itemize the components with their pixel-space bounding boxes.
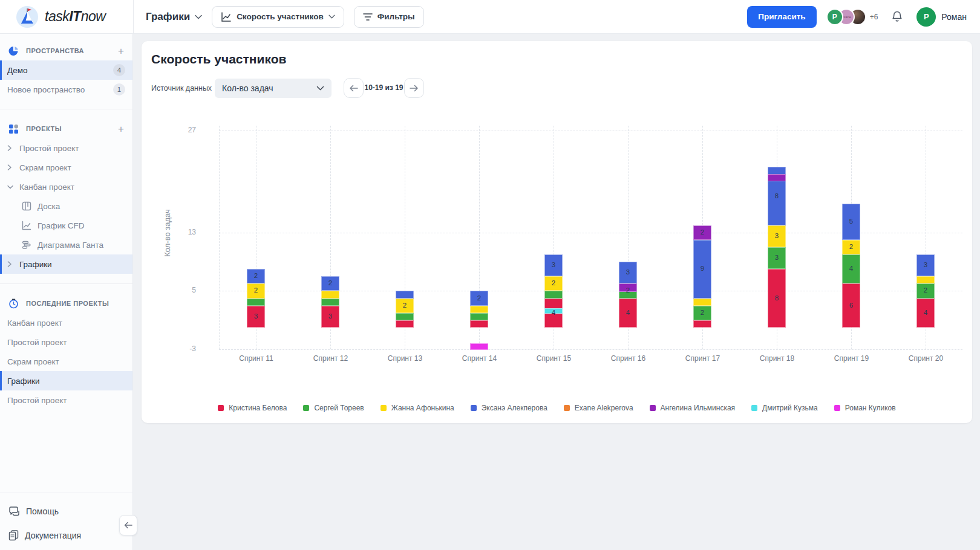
filter-icon [363, 13, 373, 21]
user-menu[interactable]: Р Роман [916, 7, 967, 27]
bar-segment[interactable] [693, 299, 711, 306]
sidebar-collapse-button[interactable] [119, 515, 137, 535]
bar-segment[interactable] [470, 320, 488, 328]
sidebar-section-header-spaces: ПРОСТРАНСТВА+ [0, 41, 132, 60]
x-axis-tick: Спринт 17 [665, 354, 740, 363]
gantt-icon [22, 240, 33, 250]
sidebar-subitem[interactable]: Доска [0, 196, 132, 216]
chevron-right-icon[interactable] [7, 164, 19, 170]
x-axis-tick: Спринт 18 [740, 354, 814, 363]
bar-segment-value: 8 [768, 294, 786, 302]
divider [0, 109, 132, 109]
bar-segment-value: 4 [619, 309, 637, 316]
x-axis-tick: Спринт 15 [517, 354, 591, 363]
bar-segment[interactable] [396, 320, 414, 328]
chevron-right-icon[interactable] [7, 261, 19, 267]
bar-segment[interactable] [693, 320, 711, 328]
invite-button[interactable]: Пригласить [747, 6, 816, 28]
chart-selector-button[interactable]: Скорость участников [212, 6, 344, 28]
avatar-overflow-count[interactable]: +6 [870, 13, 878, 21]
page-title-dropdown[interactable]: Графики [146, 11, 202, 23]
sidebar-section-header-recent: ПОСЛЕДНИЕ ПРОЕКТЫ [0, 294, 132, 313]
legend-label: Сергей Тореев [314, 404, 364, 412]
sidebar-item-recent[interactable]: Простой проект [0, 332, 132, 352]
user-name: Роман [941, 12, 967, 22]
bar-segment[interactable] [470, 306, 488, 313]
bar-segment[interactable] [321, 299, 339, 306]
chevron-down-icon[interactable] [7, 185, 19, 189]
bar-segment-value: 2 [693, 309, 711, 316]
sidebar-item-recent[interactable]: Графики [0, 371, 132, 390]
legend-item[interactable]: Exane Alekperova [564, 404, 633, 412]
chevron-down-icon [195, 15, 202, 19]
brand[interactable]: taskITnow [0, 5, 133, 28]
legend-swatch [650, 405, 656, 411]
legend-swatch [381, 405, 387, 411]
x-axis-tick: Спринт 14 [442, 354, 517, 363]
chart-card: Скорость участников Источник данных Кол-… [142, 41, 972, 423]
bar-segment[interactable] [470, 313, 488, 320]
avatar-stack[interactable]: Р Exane [826, 8, 866, 25]
bar-segment[interactable] [396, 313, 414, 320]
sidebar-subitem[interactable]: Диаграмма Ганта [0, 235, 132, 254]
bar-segment[interactable] [916, 276, 935, 283]
sidebar-footer-label: Документация [25, 531, 81, 540]
sidebar-item-recent[interactable]: Канбан проект [0, 313, 132, 332]
x-axis-tick: Спринт 20 [889, 354, 963, 363]
count-badge: 1 [113, 83, 125, 95]
sidebar-item-project[interactable]: Канбан проект [0, 177, 132, 196]
bar-segment-value: 2 [321, 279, 339, 286]
bar-segment-value: 2 [396, 302, 414, 309]
legend-label: Роман Куликов [845, 404, 896, 412]
x-axis-tick: Спринт 11 [219, 354, 293, 363]
bar-segment-value: 2 [247, 272, 265, 279]
sidebar-item-project[interactable]: Скрам проект [0, 158, 132, 177]
sidebar-item-label: Скрам проект [19, 163, 125, 172]
legend-item[interactable]: Ангелина Ильминская [650, 404, 736, 412]
bar-segment[interactable] [321, 291, 339, 298]
sidebar-subitem-label: Доска [38, 202, 60, 211]
bar-segment[interactable] [470, 343, 488, 350]
add-button[interactable]: + [118, 124, 124, 134]
legend-item[interactable]: Кристина Белова [218, 404, 287, 412]
legend-item[interactable]: Эксанэ Алекперова [471, 404, 547, 412]
bar-segment[interactable] [247, 299, 265, 306]
topbar-divider [133, 0, 134, 34]
filters-button[interactable]: Фильтры [354, 6, 424, 28]
sidebar-subitem[interactable]: График CFD [0, 216, 132, 235]
logo-icon [16, 5, 39, 28]
bar-segment-value: 6 [842, 302, 860, 309]
sidebar-item-project[interactable]: Простой проект [0, 138, 132, 158]
sidebar-footer-item[interactable]: Документация [0, 523, 132, 548]
help-icon [8, 506, 20, 517]
sidebar-item-label: Простой проект [19, 144, 125, 153]
notifications-bell-icon[interactable] [891, 10, 903, 23]
legend-item[interactable]: Сергей Тореев [303, 404, 364, 412]
board-icon [22, 201, 33, 211]
sidebar-subitem-label: Диаграмма Ганта [38, 241, 103, 250]
topbar: taskITnow Графики Скорость участников Фи… [0, 0, 980, 34]
sidebar-item-project[interactable]: Графики [0, 254, 132, 274]
bar-segment-value: 2 [619, 286, 637, 294]
sidebar-item-recent[interactable]: Простой проект [0, 390, 132, 410]
y-axis-tick: -3 [160, 345, 196, 353]
bar-segment[interactable] [396, 291, 414, 298]
sidebar-item-space[interactable]: Демо4 [0, 60, 132, 80]
legend-item[interactable]: Дмитрий Кузьма [751, 404, 818, 412]
bar-segment-value: 4 [544, 309, 563, 316]
legend-item[interactable]: Роман Куликов [834, 404, 896, 412]
legend-swatch [218, 405, 224, 411]
add-button[interactable]: + [118, 46, 124, 56]
legend-item[interactable]: Жанна Афонькина [381, 404, 454, 412]
bar-segment[interactable] [544, 291, 563, 298]
sidebar-item-recent[interactable]: Скрам проект [0, 352, 132, 371]
sidebar-footer-item[interactable]: Помощь [0, 499, 132, 523]
chevron-right-icon[interactable] [7, 145, 19, 151]
bar-segment-value: 3 [768, 254, 786, 261]
sidebar-item-space[interactable]: Новое пространство1 [0, 80, 132, 99]
legend-swatch [471, 405, 477, 411]
bar-segment[interactable] [768, 174, 786, 181]
sidebar-footer-label: Помощь [26, 506, 59, 516]
clock-icon [8, 299, 19, 309]
sidebar-section-title: ПРОСТРАНСТВА [26, 47, 118, 54]
